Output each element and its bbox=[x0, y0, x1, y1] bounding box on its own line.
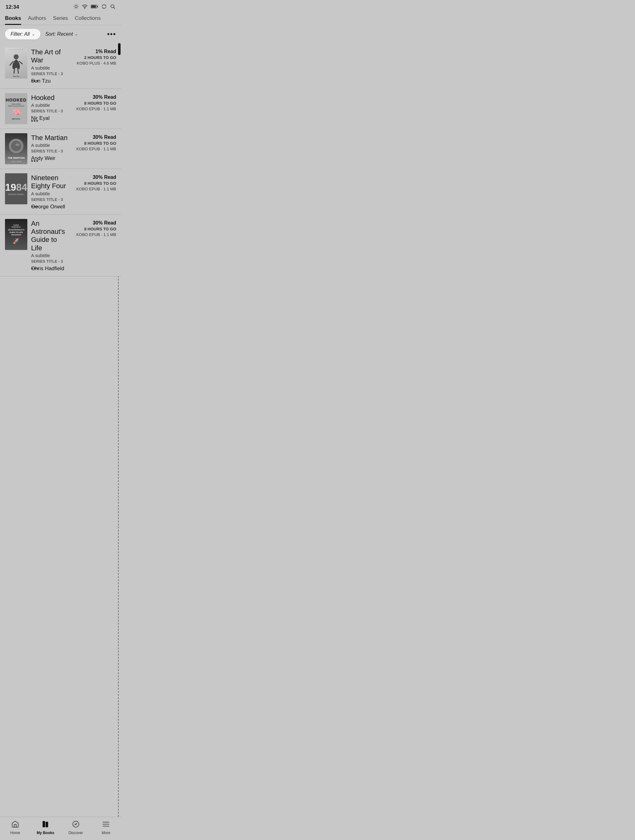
svg-line-3 bbox=[74, 5, 74, 5]
book-list: Sun Tzu ○○○○○○○○○○ 1 3 1 The Art of War … bbox=[0, 43, 121, 817]
status-time: 12:34 bbox=[6, 4, 19, 10]
book-source: KOBO EPUB · 1.1 MB bbox=[76, 186, 116, 191]
search-icon[interactable] bbox=[110, 4, 116, 10]
read-percent: 30% Read bbox=[93, 175, 116, 180]
book-stats: 1% Read 2 HOURS TO GO KOBO PLUS · 4.6 MB bbox=[73, 47, 116, 84]
read-percent: 30% Read bbox=[93, 95, 116, 100]
book-cover-astronaut: CHRISHADFIELD AN ASTRONAUT'SGUIDE TO LIF… bbox=[5, 219, 27, 250]
book-item[interactable]: THE MARTIAN ANDY WEIR The Martian A subt… bbox=[0, 129, 121, 169]
book-info: Nineteen Eighty Four A subtitle SERIES T… bbox=[31, 173, 69, 210]
scroll-thumb bbox=[118, 43, 120, 55]
battery-icon bbox=[91, 4, 98, 9]
book-more-button[interactable]: ••• bbox=[31, 204, 39, 210]
book-cover-1984: 1984 GEORGE ORWELL bbox=[5, 173, 27, 204]
book-title: The Art of War bbox=[31, 48, 69, 65]
tab-collections[interactable]: Collections bbox=[75, 15, 101, 25]
sort-button[interactable]: Sort: Recent ⌄ bbox=[45, 32, 78, 37]
nav-more-label: More bbox=[102, 831, 110, 835]
read-percent: 30% Read bbox=[93, 220, 116, 226]
hours-to-go: 8 HOURS TO GO bbox=[84, 101, 116, 106]
svg-rect-19 bbox=[43, 821, 45, 827]
filter-button[interactable]: Filter: All ⌄ bbox=[5, 29, 40, 39]
book-item[interactable]: Sun Tzu ○○○○○○○○○○ 1 3 1 The Art of War … bbox=[0, 43, 121, 89]
svg-line-14 bbox=[114, 8, 115, 9]
book-item[interactable]: CHRISHADFIELD AN ASTRONAUT'SGUIDE TO LIF… bbox=[0, 215, 121, 277]
book-title: An Astronaut's Guide to Life bbox=[31, 219, 69, 253]
brightness-icon bbox=[73, 4, 79, 10]
hours-to-go: 2 HOURS TO GO bbox=[84, 55, 116, 60]
filter-chevron-icon: ⌄ bbox=[32, 32, 35, 36]
svg-point-9 bbox=[84, 8, 85, 9]
status-icons bbox=[73, 4, 116, 10]
nav-home[interactable]: Home bbox=[0, 820, 30, 835]
book-more-button[interactable]: ••• bbox=[31, 265, 39, 272]
book-info: An Astronaut's Guide to Life A subtitle … bbox=[31, 219, 69, 272]
svg-point-0 bbox=[75, 5, 78, 8]
svg-rect-20 bbox=[46, 822, 48, 827]
svg-point-18 bbox=[16, 143, 20, 146]
svg-marker-22 bbox=[74, 823, 77, 826]
book-title: Nineteen Eighty Four bbox=[31, 174, 69, 190]
book-series: SERIES TITLE - 3 bbox=[31, 149, 69, 153]
book-series: SERIES TITLE - 3 bbox=[31, 259, 69, 264]
hours-to-go: 8 HOURS TO GO bbox=[84, 181, 116, 186]
status-bar: 12:34 bbox=[0, 0, 121, 13]
book-item[interactable]: HOOKED How to BuildHabit-Forming Product… bbox=[0, 89, 121, 129]
nav-more[interactable]: More bbox=[91, 820, 122, 835]
home-icon bbox=[11, 820, 19, 829]
book-source: KOBO PLUS · 4.6 MB bbox=[77, 61, 116, 66]
bottom-nav: Home My Books Discover Mor bbox=[0, 817, 121, 840]
more-icon bbox=[102, 820, 110, 829]
tab-authors[interactable]: Authors bbox=[28, 15, 46, 25]
book-title: The Martian bbox=[31, 134, 69, 142]
book-info: The Martian A subtitle SERIES TITLE - 3 … bbox=[31, 133, 69, 164]
sort-chevron-icon: ⌄ bbox=[74, 32, 78, 36]
filter-more-button[interactable]: ••• bbox=[107, 30, 116, 38]
wifi-icon bbox=[82, 4, 88, 10]
filter-label: Filter: All bbox=[11, 32, 30, 37]
book-title: Hooked bbox=[31, 94, 69, 102]
sort-label: Sort: Recent bbox=[45, 32, 73, 37]
nav-my-books[interactable]: My Books bbox=[30, 820, 61, 835]
book-source: KOBO EPUB · 1.1 MB bbox=[76, 232, 116, 237]
book-subtitle: A subtitle bbox=[31, 253, 69, 258]
books-icon bbox=[41, 820, 49, 829]
book-stats: 30% Read 8 HOURS TO GO KOBO EPUB · 1.1 M… bbox=[73, 173, 116, 210]
read-percent: 1% Read bbox=[95, 49, 116, 54]
book-cover-martian: THE MARTIAN ANDY WEIR bbox=[5, 133, 27, 164]
book-more-button[interactable]: ••• bbox=[31, 77, 39, 84]
book-subtitle: A subtitle bbox=[31, 103, 69, 108]
book-subtitle: A subtitle bbox=[31, 142, 69, 148]
svg-line-7 bbox=[74, 8, 74, 8]
tab-bar: Books Authors Series Collections bbox=[0, 13, 121, 25]
book-item[interactable]: 1984 GEORGE ORWELL Nineteen Eighty Four … bbox=[0, 169, 121, 215]
book-info: Hooked A subtitle SERIES TITLE - 3 Nir E… bbox=[31, 93, 69, 124]
svg-point-17 bbox=[11, 141, 21, 151]
nav-discover[interactable]: Discover bbox=[60, 820, 91, 835]
book-cover-art-of-war: Sun Tzu ○○○○○○○○○○ 1 3 1 bbox=[5, 47, 27, 79]
svg-point-15 bbox=[14, 54, 19, 59]
read-percent: 30% Read bbox=[93, 134, 116, 140]
svg-rect-11 bbox=[97, 6, 98, 7]
book-series: SERIES TITLE - 3 bbox=[31, 72, 69, 76]
tab-series[interactable]: Series bbox=[53, 15, 68, 25]
book-subtitle: A subtitle bbox=[31, 65, 69, 71]
discover-icon bbox=[72, 820, 80, 829]
book-source: KOBO EPUB · 1.1 MB bbox=[76, 147, 116, 151]
nav-home-label: Home bbox=[10, 831, 20, 835]
book-stats: 30% Read 8 HOURS TO GO KOBO EPUB · 1.1 M… bbox=[73, 133, 116, 164]
tab-books[interactable]: Books bbox=[5, 15, 21, 25]
hours-to-go: 8 HOURS TO GO bbox=[84, 141, 116, 146]
book-source: KOBO EPUB · 1.1 MB bbox=[76, 106, 116, 111]
nav-discover-label: Discover bbox=[68, 831, 83, 835]
book-series: SERIES TITLE - 3 bbox=[31, 197, 69, 202]
book-stats: 30% Read 8 HOURS TO GO KOBO EPUB · 1.1 M… bbox=[73, 219, 116, 272]
book-subtitle: A subtitle bbox=[31, 191, 69, 196]
book-more-button[interactable]: ••• bbox=[31, 118, 39, 124]
nav-my-books-label: My Books bbox=[36, 831, 54, 835]
svg-line-8 bbox=[78, 5, 78, 5]
svg-line-4 bbox=[78, 8, 78, 8]
book-cover-hooked: HOOKED How to BuildHabit-Forming Product… bbox=[5, 93, 27, 124]
book-more-button[interactable]: ••• bbox=[31, 158, 39, 164]
book-stats: 30% Read 8 HOURS TO GO KOBO EPUB · 1.1 M… bbox=[73, 93, 116, 124]
